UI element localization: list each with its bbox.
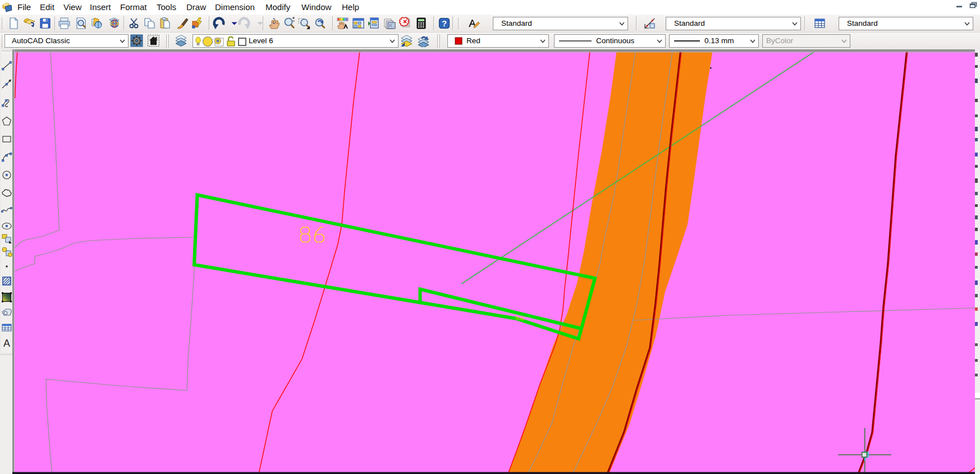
svg-text:?: ? (442, 19, 447, 28)
svg-text:A: A (3, 338, 10, 349)
